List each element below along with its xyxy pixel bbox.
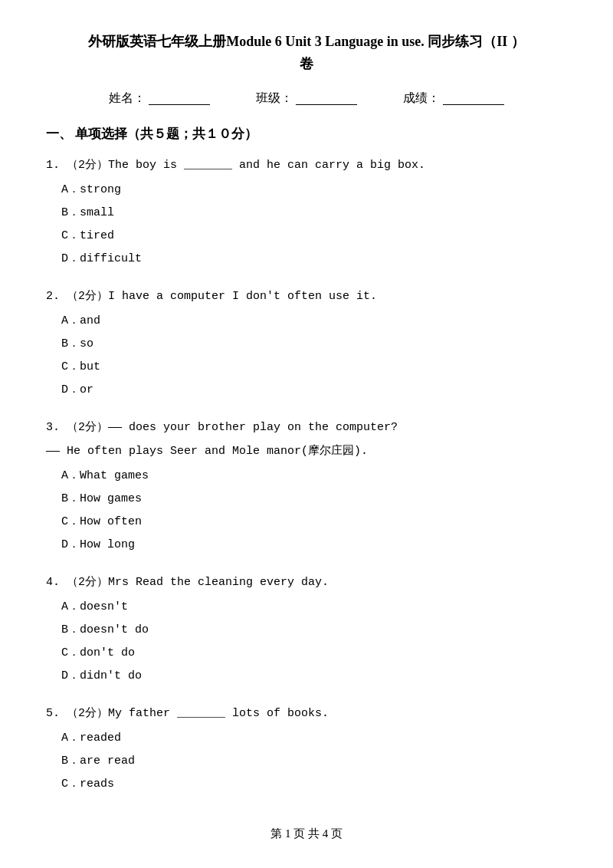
q1-stem: （2分）The boy is _______ and he can carry … [67, 159, 425, 172]
question-5: 5. （2分）My father _______ lots of books. … [46, 703, 567, 796]
page-title: 外研版英语七年级上册Module 6 Unit 3 Language in us… [46, 31, 567, 75]
q3-option-a: A．What games [61, 465, 567, 488]
q3-option-d: D．How long [61, 534, 567, 557]
q1-option-b: B．small [61, 202, 567, 225]
q2-option-d: D．or [61, 379, 567, 402]
class-field: 班级： [256, 90, 357, 107]
class-underline [296, 91, 357, 105]
q3-dialogue: —— He often plays Seer and Mole manor(摩尔… [46, 441, 567, 462]
q2-option-b: B．so [61, 333, 567, 356]
q4-option-c: C．don't do [61, 642, 567, 665]
q2-option-c: C．but [61, 356, 567, 379]
section1-title: 一、 单项选择（共５题；共１０分） [46, 125, 567, 143]
q1-option-d: D．difficult [61, 248, 567, 271]
q3-option-c: C．How often [61, 511, 567, 534]
name-field: 姓名： [109, 90, 210, 107]
question-3-stem: 3. （2分）—— does your brother play on the … [46, 417, 567, 438]
q2-option-a: A．and [61, 310, 567, 333]
title-line1: 外研版英语七年级上册Module 6 Unit 3 Language in us… [46, 31, 567, 53]
q5-option-b: B．are read [61, 750, 567, 773]
title-line2: 卷 [46, 53, 567, 75]
q1-option-a: A．strong [61, 179, 567, 202]
q5-stem: （2分）My father _______ lots of books. [67, 707, 329, 720]
score-field: 成绩： [403, 90, 504, 107]
q1-number: 1. [46, 159, 60, 172]
question-4: 4. （2分）Mrs Read the cleaning every day. … [46, 572, 567, 688]
q3-number: 3. [46, 421, 60, 434]
q4-option-b: B．doesn't do [61, 619, 567, 642]
question-1-stem: 1. （2分）The boy is _______ and he can car… [46, 155, 567, 176]
q2-number: 2. [46, 290, 60, 303]
q5-option-c: C．reads [61, 773, 567, 796]
q4-option-a: A．doesn't [61, 596, 567, 619]
info-row: 姓名： 班级： 成绩： [46, 90, 567, 107]
name-label: 姓名： [109, 90, 146, 107]
score-underline [443, 91, 504, 105]
class-label: 班级： [256, 90, 293, 107]
q4-number: 4. [46, 576, 60, 589]
q5-option-a: A．readed [61, 727, 567, 750]
q4-stem: （2分）Mrs Read the cleaning every day. [67, 576, 329, 589]
page-footer: 第 1 页 共 4 页 [46, 827, 567, 841]
name-underline [149, 91, 210, 105]
q2-stem: （2分）I have a computer I don't often use … [67, 290, 377, 303]
q1-option-c: C．tired [61, 225, 567, 248]
question-2: 2. （2分）I have a computer I don't often u… [46, 286, 567, 402]
question-2-stem: 2. （2分）I have a computer I don't often u… [46, 286, 567, 307]
question-3: 3. （2分）—— does your brother play on the … [46, 417, 567, 557]
q3-stem: （2分）—— does your brother play on the com… [67, 421, 398, 434]
score-label: 成绩： [403, 90, 440, 107]
q3-option-b: B．How games [61, 488, 567, 511]
question-1: 1. （2分）The boy is _______ and he can car… [46, 155, 567, 271]
question-4-stem: 4. （2分）Mrs Read the cleaning every day. [46, 572, 567, 593]
q4-option-d: D．didn't do [61, 665, 567, 688]
question-5-stem: 5. （2分）My father _______ lots of books. [46, 703, 567, 724]
q5-number: 5. [46, 707, 60, 720]
